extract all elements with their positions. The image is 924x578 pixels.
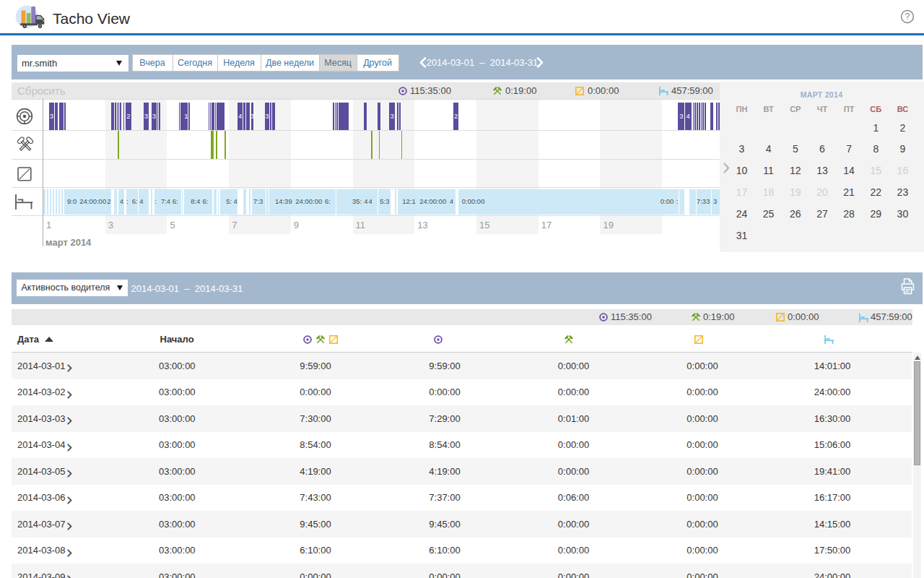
svg-text:?: ? (905, 12, 910, 22)
